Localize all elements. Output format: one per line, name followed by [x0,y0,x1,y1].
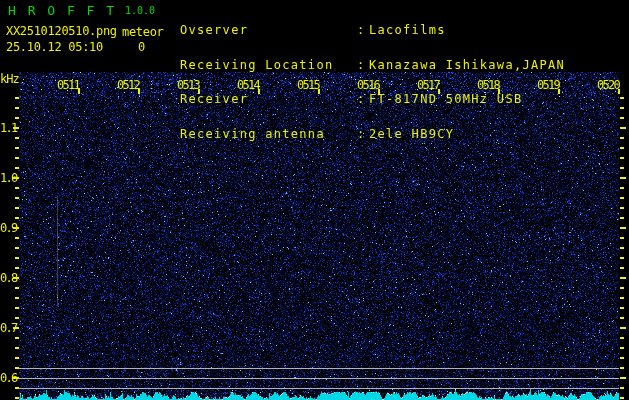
time-tick-label: 0515 [295,78,319,92]
info-separator: : [357,60,369,72]
app-title: H R O F F T [8,3,116,18]
freq-tick-label: 0.8 [0,271,13,285]
info-label: Receiving antenna [180,129,357,141]
info-row-observer: Ovserver:Lacofilms [180,25,565,37]
time-tick-label: 0519 [535,78,559,92]
app-version: 1.0.0 [125,5,155,16]
info-label: Receiving Location [180,60,357,72]
time-tick-label: 0518 [475,78,499,92]
freq-tick-label: 0.7 [0,321,13,335]
info-separator: : [357,129,369,141]
info-value: Lacofilms [369,25,446,37]
output-filename: XX2510120510.png [6,24,117,38]
info-row-location: Receiving Location:Kanazawa Ishikawa,JAP… [180,60,565,72]
info-separator: : [357,94,369,106]
time-tick-label: 0511 [55,78,79,92]
time-tick-label: 0516 [355,78,379,92]
date-time: 25.10.12 05:10 [6,40,103,54]
time-tick-label: 0520 [595,78,619,92]
info-value: FT-817ND 50MHz USB [369,94,522,106]
freq-tick-label: 0.9 [0,221,13,235]
freq-tick-label: 0.6 [0,371,13,385]
hrofft-window: H R O F F T 1.0.0 XX2510120510.png meteo… [0,0,629,400]
info-row-antenna: Receiving antenna:2ele HB9CY [180,129,565,141]
info-label: Receiver [180,94,357,106]
meteor-count: 0 [138,40,145,54]
mode-label: meteor [122,25,164,39]
time-tick-label: 0517 [415,78,439,92]
info-row-receiver: Receiver:FT-817ND 50MHz USB [180,94,565,106]
freq-tick-label: 1.0 [0,171,13,185]
info-label: Ovserver [180,25,357,37]
time-tick-label: 0514 [235,78,259,92]
info-separator: : [357,25,369,37]
info-value: Kanazawa Ishikawa,JAPAN [369,60,565,72]
info-value: 2ele HB9CY [369,129,454,141]
freq-unit-label: kHz [0,72,19,86]
freq-tick-label: 1.1 [0,121,13,135]
time-tick-label: 0512 [115,78,139,92]
time-tick-label: 0513 [175,78,199,92]
